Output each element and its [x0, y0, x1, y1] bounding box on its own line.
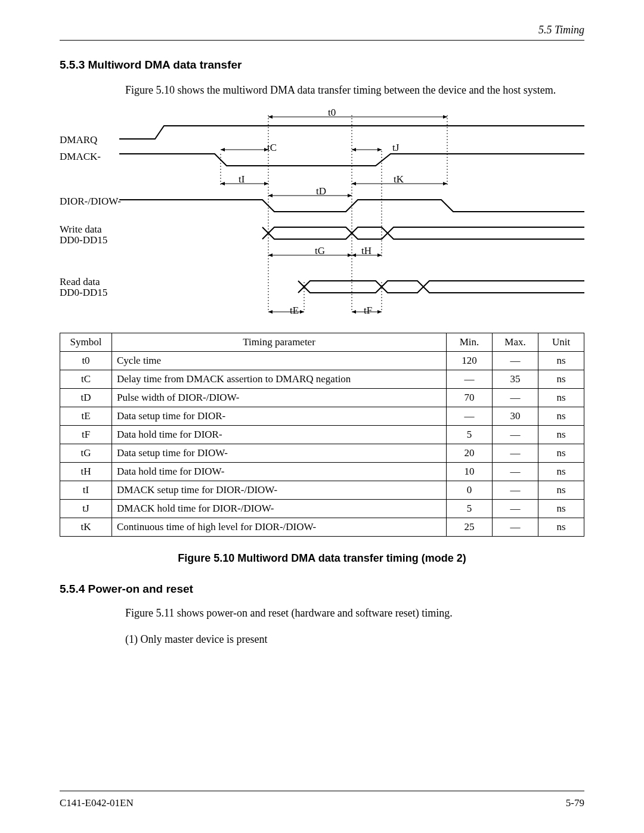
- table-row: tDPulse width of DIOR-/DIOW-70—ns: [60, 389, 584, 407]
- table-row: tJDMACK hold time for DIOR-/DIOW-5—ns: [60, 500, 584, 518]
- table-row: tGData setup time for DIOW-20—ns: [60, 444, 584, 463]
- footer-rule: [60, 791, 584, 791]
- table-row: tCDelay time from DMACK assertion to DMA…: [60, 370, 584, 389]
- timing-table: Symbol Timing parameter Min. Max. Unit t…: [60, 333, 584, 537]
- header-section-label: 5.5 Timing: [60, 24, 584, 36]
- page-footer: C141-E042-01EN 5-79: [60, 791, 584, 809]
- th-param: Timing parameter: [112, 333, 447, 352]
- figure-caption: Figure 5.10 Multiword DMA data transfer …: [60, 552, 584, 565]
- timing-diagram: DMARQ DMACK- DIOR-/DIOW- Write data DD0-…: [60, 109, 584, 327]
- header-rule: [60, 40, 584, 41]
- list-item-554-1: (1) Only master device is present: [125, 633, 584, 646]
- table-header-row: Symbol Timing parameter Min. Max. Unit: [60, 333, 584, 352]
- th-max: Max.: [493, 333, 538, 352]
- heading-554: 5.5.4 Power-on and reset: [60, 583, 584, 596]
- timing-svg: [60, 109, 584, 327]
- th-min: Min.: [447, 333, 493, 352]
- th-unit: Unit: [538, 333, 584, 352]
- footer-page-num: 5-79: [566, 797, 584, 809]
- footer-doc-id: C141-E042-01EN: [60, 797, 134, 809]
- table-row: tFData hold time for DIOR-5—ns: [60, 426, 584, 444]
- table-row: tEData setup time for DIOR-—30ns: [60, 407, 584, 426]
- th-symbol: Symbol: [60, 333, 112, 352]
- table-row: tKContinuous time of high level for DIOR…: [60, 518, 584, 537]
- table-row: tHData hold time for DIOW-10—ns: [60, 463, 584, 481]
- para-554: Figure 5.11 shows power-on and reset (ha…: [125, 606, 584, 620]
- para-553: Figure 5.10 shows the multiword DMA data…: [125, 83, 584, 97]
- heading-553: 5.5.3 Multiword DMA data transfer: [60, 58, 584, 72]
- table-row: tIDMACK setup time for DIOR-/DIOW-0—ns: [60, 481, 584, 500]
- table-row: t0Cycle time120—ns: [60, 352, 584, 370]
